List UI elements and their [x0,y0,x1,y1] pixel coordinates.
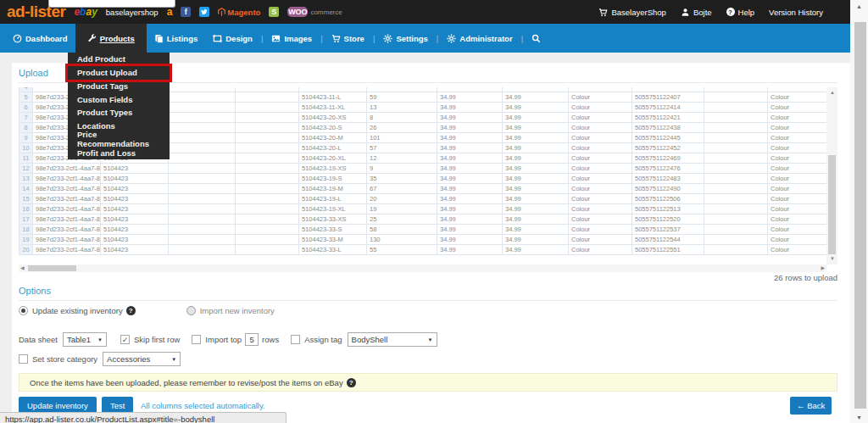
table-cell [236,225,299,235]
set-store-category-checkbox[interactable] [19,354,28,364]
help-link[interactable]: ? Help [726,8,755,17]
table-cell: 34.99 [437,174,503,184]
menu-item-custom-fields[interactable]: Custom Fields [68,92,170,106]
table-cell: 34.99 [437,164,503,174]
facebook-icon[interactable]: f [181,7,191,17]
update-existing-help-icon[interactable]: ? [126,306,136,315]
table-cell: 5104423-33-XS [299,214,367,225]
nav-settings[interactable]: Settings [376,24,435,53]
table-cell: 5055751122407 [632,92,704,103]
table-cell: Colour [768,92,827,103]
section-divider [19,300,837,301]
twitter-icon[interactable] [199,7,209,17]
import-new-radio[interactable] [186,306,196,315]
table-row: 1898e7d233-2cf1-4aa7-8c8d51044235104423-… [19,225,827,235]
menu-item-product-types[interactable]: Product Types [68,106,170,120]
row-number-cell: 9 [19,133,33,143]
table-cell: Colour [768,184,827,194]
scroll-down-arrow[interactable]: ▼ [830,255,835,263]
nav-design[interactable]: Design [205,24,260,53]
table-cell: 34.99 [503,92,569,103]
table-cell: 5104423 [101,184,169,194]
nav-listings[interactable]: Listings [147,24,205,53]
menu-item-product-upload[interactable]: Product Upload [68,66,170,80]
ebay-logo[interactable]: ebay [74,6,97,18]
import-top-checkbox[interactable] [192,335,201,344]
table-cell: 5104423-19-S [299,174,367,184]
scroll-left-arrow[interactable]: ◀ [20,264,25,272]
table-hscroll-thumb[interactable] [28,265,76,271]
table-cell: 34.99 [437,103,503,113]
cart-icon [598,8,608,17]
browser-scroll-down-arrow[interactable]: ▼ [850,415,868,420]
table-cell [704,133,768,143]
user-menu[interactable]: Bojte [681,8,712,17]
table-cell [169,92,236,103]
update-existing-radio[interactable] [19,306,28,315]
inventory-mode-radios: Update existing inventory ? Import new i… [19,306,275,315]
table-cell: Colour [569,235,632,245]
options-section-title: Options [19,286,51,296]
nav-store[interactable]: Store [324,24,372,53]
back-button[interactable]: ← Back [790,397,832,415]
table-horizontal-scrollbar[interactable]: ◀ ▶ [19,264,826,272]
table-cell: Colour [569,194,632,204]
skip-first-row-label: Skip first row [134,335,180,344]
chevron-down-icon: ▼ [428,337,433,342]
table-cell: Colour [569,214,632,225]
browser-scroll-up-arrow[interactable]: ▲ [850,3,868,9]
table-cell: 34.99 [503,204,569,214]
scroll-up-arrow[interactable]: ▲ [830,89,835,97]
table-cell: 5055751122520 [632,214,704,225]
data-sheet-select[interactable]: Table1▼ [63,332,107,347]
nav-dashboard[interactable]: Dashboard [5,24,75,53]
assign-tag-select[interactable]: BodyShell▼ [348,332,437,347]
assign-tag-checkbox[interactable] [291,335,300,344]
row-number-cell: 5 [19,92,33,103]
import-top-label: Import top [205,335,242,344]
table-cell: 101 [367,133,437,143]
notice-help-icon[interactable]: ? [347,378,356,387]
nav-products[interactable]: Products [75,24,147,53]
table-cell: 5055751122544 [632,235,704,245]
shopify-icon[interactable]: S [269,7,279,17]
table-cell [169,103,236,113]
magento-icon[interactable]: Magento [218,8,260,17]
store-category-select[interactable]: Accessories▼ [103,352,181,366]
browser-tooltip-remnant [48,0,175,8]
nav-administrator[interactable]: Administrator [439,24,520,53]
browser-scroll-thumb[interactable] [854,22,866,409]
table-cell: 5104423-33-S [299,225,367,235]
menu-item-price-recommendations[interactable]: Price Recommendations [68,133,170,147]
table-cell [704,204,768,214]
table-cell [236,92,299,103]
nav-search[interactable] [524,24,548,53]
row-number-cell: 10 [19,143,33,153]
import-top-rows-input[interactable] [245,333,259,346]
table-cell [704,194,768,204]
menu-item-product-tags[interactable]: Product Tags [68,80,170,93]
table-cell [169,113,236,123]
version-history-link[interactable]: Version History [769,8,823,17]
skip-first-row-checkbox[interactable]: ✓ [120,335,130,344]
table-cell [236,133,299,143]
table-cell: 98e7d233-2cf1-4aa7-8c8d [33,245,101,255]
nav-images[interactable]: Images [264,24,320,53]
table-cell: 34.99 [437,143,503,153]
table-cell [704,225,768,235]
table-cell [704,214,768,225]
table-cell [236,194,299,204]
scroll-right-arrow[interactable]: ▶ [821,264,825,272]
woocommerce-logo[interactable]: WOO commerce [287,7,342,17]
table-cell: 98e7d233-2cf1-4aa7-8c8d [33,174,101,184]
table-cell: 34.99 [437,92,503,103]
table-vertical-scrollbar[interactable]: ▲ ▼ [826,87,837,264]
table-cell: 34.99 [503,164,569,174]
store-link[interactable]: BaselayerShop [598,8,665,17]
table-cell [236,174,299,184]
amazon-icon[interactable]: a [167,6,173,18]
table-vscroll-thumb[interactable] [828,155,836,254]
menu-item-add-product[interactable]: Add Product [68,53,170,66]
row-number-cell: 14 [19,184,33,194]
browser-scrollbar[interactable]: ▲ ▼ [850,0,868,423]
